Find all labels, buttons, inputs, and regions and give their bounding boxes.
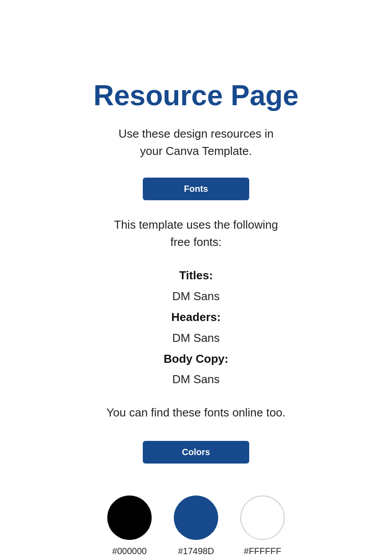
- color-circle-white: [240, 496, 285, 540]
- color-item-white: #FFFFFF: [240, 496, 285, 555]
- page-title: Resource Page: [94, 80, 298, 111]
- color-label-white: #FFFFFF: [244, 546, 281, 555]
- colors-badge: Colors: [143, 441, 249, 464]
- page-container: Resource Page Use these design resources…: [0, 0, 392, 555]
- body-copy-font: DM Sans: [172, 369, 220, 390]
- color-item-blue: #17498D: [174, 496, 218, 555]
- color-swatches: #000000 #17498D #FFFFFF: [107, 496, 285, 555]
- color-circle-black: [107, 496, 152, 540]
- color-circle-blue: [174, 496, 218, 540]
- headers-label: Headers:: [171, 307, 220, 328]
- color-item-black: #000000: [107, 496, 152, 555]
- headers-font: DM Sans: [172, 328, 220, 349]
- color-label-blue: #17498D: [178, 546, 214, 555]
- fonts-description: This template uses the followingfree fon…: [114, 216, 278, 251]
- font-list: Titles: DM Sans Headers: DM Sans Body Co…: [164, 265, 228, 390]
- fonts-badge: Fonts: [143, 178, 249, 200]
- page-subtitle: Use these design resources inyour Canva …: [118, 125, 274, 160]
- fonts-note: You can find these fonts online too.: [106, 406, 286, 420]
- colors-section: Colors #000000 #17498D #FFFFFF: [44, 441, 348, 555]
- titles-font: DM Sans: [172, 286, 220, 307]
- color-label-black: #000000: [112, 546, 147, 555]
- body-copy-label: Body Copy:: [164, 349, 228, 369]
- titles-label: Titles:: [179, 265, 213, 286]
